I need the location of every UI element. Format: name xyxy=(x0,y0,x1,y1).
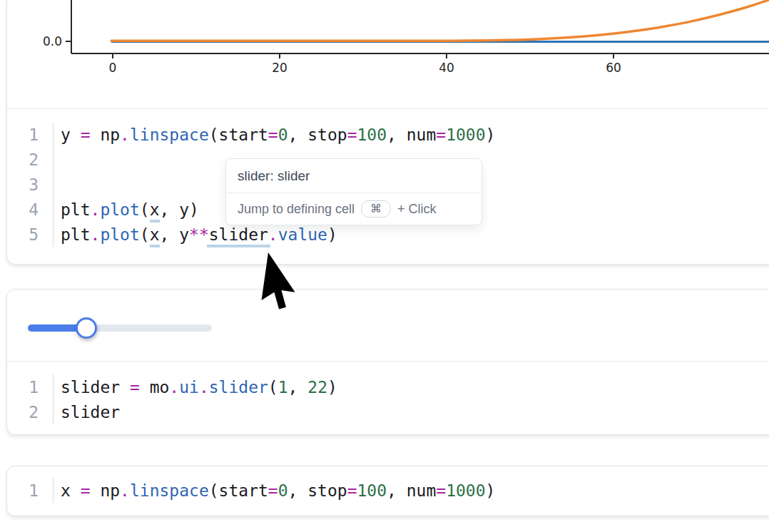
cell-slider: 1slider = mo.ui.slider(1, 22)2slider xyxy=(6,289,769,435)
code-token: slider xyxy=(61,403,120,421)
code-token: ) xyxy=(486,481,496,500)
code-token: , xyxy=(288,378,308,397)
code-token: = xyxy=(81,126,91,144)
code-token: = xyxy=(268,126,278,144)
line-number: 1 xyxy=(7,478,54,503)
code-line[interactable]: 1x = np.linspace(start=0, stop=100, num=… xyxy=(7,478,769,503)
code-text[interactable]: plt.plot(x, y) xyxy=(54,200,199,219)
code-line[interactable]: 2slider xyxy=(7,399,769,424)
code-token: linspace xyxy=(130,126,209,144)
code-token: (start xyxy=(209,126,268,144)
command-key-icon: ⌘ xyxy=(361,200,391,218)
code-token: ui xyxy=(179,378,199,397)
svg-text:20: 20 xyxy=(272,61,287,75)
svg-text:40: 40 xyxy=(439,61,454,75)
code-line[interactable]: 1slider = mo.ui.slider(1, 22) xyxy=(7,374,769,399)
code-token: (start xyxy=(209,481,268,500)
code-token: 1000 xyxy=(446,481,485,500)
code-token: x xyxy=(61,481,81,500)
code-token: plt xyxy=(61,200,91,219)
tooltip-click-text: + Click xyxy=(397,202,437,217)
code-token: ) xyxy=(327,225,337,244)
code-token: ) xyxy=(327,378,337,397)
code-token: . xyxy=(169,378,179,397)
code-token: slider xyxy=(209,378,268,397)
code-token: 22 xyxy=(307,378,327,397)
code-token: = xyxy=(81,481,91,500)
code-token: 100 xyxy=(357,481,387,500)
code-token: . xyxy=(199,378,209,397)
code-token: . xyxy=(91,225,101,244)
code-text[interactable]: x = np.linspace(start=0, stop=100, num=1… xyxy=(54,481,495,500)
svg-text:60: 60 xyxy=(606,61,621,75)
code-token: , num xyxy=(387,126,436,144)
svg-text:0.0: 0.0 xyxy=(43,34,62,48)
code-token: mo xyxy=(140,378,170,397)
code-token: . xyxy=(268,225,278,244)
code-line[interactable]: 5plt.plot(x, y**slider.value) xyxy=(7,222,769,247)
code-token: , num xyxy=(387,481,436,500)
code-token: . xyxy=(91,200,101,219)
code-token: = xyxy=(130,378,140,397)
variable-reference[interactable]: x xyxy=(150,200,160,222)
code-token: plt xyxy=(61,225,91,244)
code-token: , y) xyxy=(160,200,199,219)
code-token: ( xyxy=(140,200,150,219)
code-token: = xyxy=(436,126,446,144)
line-number: 3 xyxy=(7,172,54,197)
code-token: = xyxy=(436,481,446,500)
code-token: ** xyxy=(189,225,209,244)
code-token: ( xyxy=(140,225,150,244)
code-token: 1000 xyxy=(446,126,485,144)
code-token: 0 xyxy=(278,481,288,500)
variable-tooltip: slider: slider Jump to defining cell ⌘ +… xyxy=(225,158,482,225)
variable-reference[interactable]: x xyxy=(150,225,160,247)
tooltip-hint-row: Jump to defining cell ⌘ + Click xyxy=(226,193,482,225)
code-token: = xyxy=(347,126,357,144)
code-token: . xyxy=(120,126,130,144)
code-token: np xyxy=(91,126,121,144)
slider-handle[interactable] xyxy=(76,317,97,339)
code-token: y xyxy=(61,126,81,144)
mouse-cursor-icon xyxy=(247,251,304,319)
code-token: plot xyxy=(100,225,139,244)
code-token: value xyxy=(278,225,327,244)
code-editor-slider[interactable]: 1slider = mo.ui.slider(1, 22)2slider xyxy=(7,362,769,429)
code-token: , y xyxy=(160,225,190,244)
variable-reference[interactable]: slider xyxy=(207,225,270,247)
code-text[interactable]: plt.plot(x, y**slider.value) xyxy=(54,225,337,244)
slider-track[interactable] xyxy=(28,324,212,332)
code-text[interactable]: slider = mo.ui.slider(1, 22) xyxy=(54,378,337,397)
code-token: plot xyxy=(100,200,139,219)
code-text[interactable]: y = np.linspace(start=0, stop=100, num=1… xyxy=(54,126,495,144)
chart-svg: 0.00204060 xyxy=(7,0,769,108)
line-number: 1 xyxy=(7,374,54,399)
code-token: slider xyxy=(61,378,130,397)
tooltip-title: slider: slider xyxy=(226,159,482,193)
code-token: , stop xyxy=(288,481,347,500)
slider-output xyxy=(7,290,769,361)
matplotlib-chart: 0.00204060 xyxy=(7,0,769,108)
code-token: , stop xyxy=(288,126,347,144)
code-token: = xyxy=(268,481,278,500)
code-token: np xyxy=(91,481,121,500)
cell-x: 1x = np.linspace(start=0, stop=100, num=… xyxy=(6,466,769,516)
notebook-page: 0.00204060 1y = np.linspace(start=0, sto… xyxy=(0,0,769,532)
code-token: 0 xyxy=(278,126,288,144)
code-token: = xyxy=(347,481,357,500)
code-token: ) xyxy=(486,126,496,144)
line-number: 1 xyxy=(7,122,54,147)
code-token: linspace xyxy=(130,481,209,500)
tooltip-hint-text: Jump to defining cell xyxy=(238,202,355,217)
code-editor-x[interactable]: 1x = np.linspace(start=0, stop=100, num=… xyxy=(7,466,769,507)
line-number: 2 xyxy=(7,399,54,424)
code-line[interactable]: 1y = np.linspace(start=0, stop=100, num=… xyxy=(7,122,769,147)
code-token: 1 xyxy=(278,378,288,397)
code-token: ( xyxy=(268,378,278,397)
line-number: 2 xyxy=(7,147,54,172)
line-number: 4 xyxy=(7,197,54,222)
code-text[interactable]: slider xyxy=(54,403,120,421)
code-token: 100 xyxy=(357,126,387,144)
code-token: . xyxy=(120,481,130,500)
line-number: 5 xyxy=(7,222,54,247)
